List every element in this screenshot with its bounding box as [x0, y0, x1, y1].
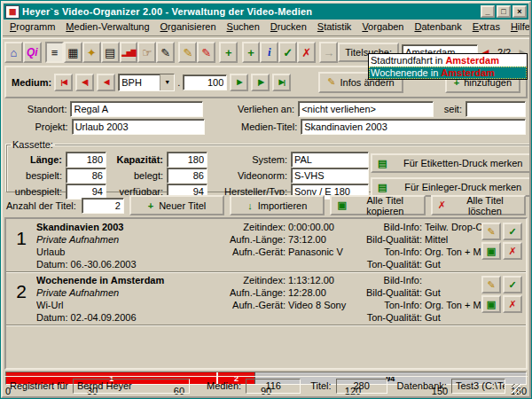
toolbar-forward-button[interactable]: →: [319, 42, 338, 63]
bild-qualitaet-value: Gut: [425, 286, 481, 299]
medium-last-button[interactable]: ▶|: [272, 74, 291, 91]
row-copy-button[interactable]: ▣: [481, 295, 501, 313]
kapazitaet-input[interactable]: [167, 152, 207, 168]
medium-first-button[interactable]: |◀: [54, 74, 73, 91]
menu-organisieren[interactable]: Organisieren: [155, 21, 222, 35]
menu-medien-verwaltung[interactable]: Medien-Verwaltung: [60, 21, 154, 35]
seit-input[interactable]: [466, 101, 526, 117]
search-flashlight-icon: ✦: [87, 46, 97, 59]
medium-code-value: BPH: [119, 77, 160, 88]
belegt-input[interactable]: [167, 168, 207, 184]
medien-titel-input[interactable]: [301, 119, 526, 135]
loeschen-label: Alle Titel löschen: [451, 195, 519, 216]
minimize-button[interactable]: _: [481, 5, 495, 18]
importieren-button[interactable]: ↓ Importieren: [230, 195, 325, 215]
row-copy-button[interactable]: ▣: [481, 242, 501, 260]
medien-titel-label: Medien-Titel:: [205, 121, 301, 132]
toolbar-defaults-button[interactable]: ✎: [156, 42, 175, 63]
toolbar-options-button[interactable]: ☞: [137, 42, 156, 63]
list-grid-icon: ▤: [378, 182, 387, 193]
menu-drucken[interactable]: Drucken: [265, 21, 312, 35]
close-button[interactable]: ×: [512, 5, 527, 18]
toolbar-search-button[interactable]: ✦: [82, 42, 101, 63]
menu-programm[interactable]: Programm: [4, 21, 60, 35]
new-title-icon: +: [148, 200, 153, 211]
toolbar-title-info-button[interactable]: i: [260, 42, 278, 63]
aufn-laenge-label: Aufn.-Länge:: [194, 233, 288, 246]
toolbar-statistics-button[interactable]: ▂▅▇: [120, 42, 138, 63]
alle-titel-kopieren-button[interactable]: ▣ Alle Titel kopieren: [330, 195, 425, 215]
bespielt-input[interactable]: [66, 168, 106, 184]
statistics-icon: ▂▅▇: [121, 49, 135, 57]
delete-icon: ✗: [438, 200, 446, 211]
titel-count-value: 280: [336, 379, 387, 394]
medium-next-button[interactable]: ▶: [230, 74, 248, 91]
bild-qualitaet-value: Mittel: [425, 233, 481, 246]
hand-pointer-icon: ☞: [142, 46, 153, 59]
title-row-2[interactable]: 2 Wochenende in Amsterdam Private Aufnah…: [6, 272, 526, 325]
row-check-button[interactable]: ✓: [503, 223, 522, 240]
search-result-item-selected[interactable]: Wochenende in Amsterdam: [369, 66, 527, 79]
row-edit-button[interactable]: ✎: [481, 276, 501, 293]
toolbar-add-title-button[interactable]: +: [242, 42, 261, 63]
seit-label: seit:: [434, 104, 466, 114]
verliehen-input[interactable]: [298, 101, 434, 117]
toolbar-print-button[interactable]: ▤: [101, 42, 120, 63]
toolbar-add-medium-button[interactable]: +: [219, 42, 238, 63]
toolbar-mark-einleger-button[interactable]: ✎: [197, 42, 215, 63]
result-text: Stadtrundfahrt in: [371, 55, 445, 66]
verliehen-label: Verliehen an:: [203, 104, 298, 114]
title-row-1[interactable]: 1 Skandinavien 2003 Private Aufnahmen Ur…: [6, 219, 526, 272]
medium-prev-button[interactable]: ◀: [97, 74, 115, 91]
toolbar-title-delete-button[interactable]: ✗: [297, 42, 316, 63]
etiketten-druck-button[interactable]: ▤ Für Etiketten-Druck merken: [371, 153, 531, 173]
bild-qualitaet-label: Bild-Qualität:: [361, 286, 425, 299]
row-delete-button[interactable]: ✗: [503, 295, 522, 313]
projekt-input[interactable]: [72, 119, 205, 135]
row-check-button[interactable]: ✓: [503, 276, 522, 293]
row-delete-button[interactable]: ✗: [503, 242, 522, 260]
medium-prev2-button[interactable]: ◀|: [75, 74, 94, 91]
resize-grip[interactable]: [512, 384, 522, 395]
laenge-input[interactable]: [66, 152, 106, 168]
videonorm-input[interactable]: [291, 168, 369, 184]
menu-vorgaben[interactable]: Vorgaben: [356, 21, 409, 35]
menu-suchen[interactable]: Suchen: [222, 21, 265, 35]
title-name: Skandinavien 2003: [36, 221, 194, 233]
title-list: 1 Skandinavien 2003 Private Aufnahmen Ur…: [4, 217, 528, 370]
aufn-geraet-value: Panasonic V: [288, 246, 361, 258]
row-edit-button[interactable]: ✎: [481, 223, 501, 240]
unbespielt-label: unbespielt:: [11, 186, 66, 197]
title-bar[interactable]: ▦ Heyer`s Video-Organizer 2.00 - Verwalt…: [4, 4, 528, 20]
combo-dropdown-icon[interactable]: ▼: [160, 74, 174, 90]
toolbar-quick-info-button[interactable]: Qi: [23, 42, 42, 63]
search-result-item[interactable]: Stadtrundfahrt in Amsterdam: [369, 54, 527, 66]
title-check-icon: ✓: [283, 46, 293, 59]
toolbar-mark-etiketten-button[interactable]: ✎: [178, 42, 197, 63]
menu-hilfe[interactable]: Hilfe: [505, 21, 531, 35]
toolbar-media-card-button[interactable]: ▦: [64, 42, 82, 63]
menu-datenbank[interactable]: Datenbank: [409, 21, 466, 35]
neuer-titel-button[interactable]: + Neuer Titel: [129, 195, 224, 215]
toolbar-media-overview-button[interactable]: ≡: [45, 42, 64, 63]
maximize-button[interactable]: □: [497, 5, 511, 18]
zeitindex-label: Zeitindex:: [194, 221, 288, 233]
toolbar-exit-button[interactable]: ⌂: [4, 42, 23, 63]
media-overview-icon: ≡: [51, 46, 59, 59]
anzahl-titel-input[interactable]: [82, 198, 124, 214]
standort-input[interactable]: [70, 101, 203, 117]
menu-separator: [3, 35, 529, 39]
medium-next2-button[interactable]: |▶: [251, 74, 270, 91]
list-grid-icon: ▤: [378, 158, 387, 169]
medium-code-combo[interactable]: BPH ▼: [118, 74, 175, 91]
forward-disabled-icon: →: [323, 46, 334, 59]
menu-extras[interactable]: Extras: [467, 21, 505, 35]
medium-number-input[interactable]: [183, 74, 227, 90]
menu-statistik[interactable]: Statistik: [312, 21, 357, 35]
result-highlight: Amsterdam: [441, 67, 495, 78]
row-copy-icon: ▣: [487, 299, 496, 310]
system-input[interactable]: [291, 152, 369, 168]
alle-titel-loeschen-button[interactable]: ✗ Alle Titel löschen: [431, 195, 526, 215]
toolbar-title-check-button[interactable]: ✓: [278, 42, 297, 63]
ton-qualitaet-value: Gut: [425, 258, 481, 270]
